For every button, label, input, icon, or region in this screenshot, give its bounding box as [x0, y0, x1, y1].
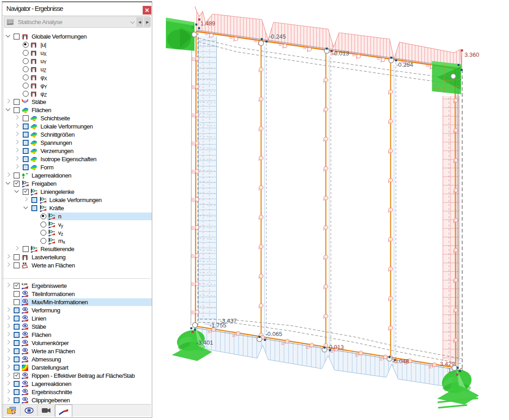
svg-text:-0.245: -0.245 [269, 33, 286, 40]
svg-text:0.013: 0.013 [329, 344, 344, 351]
svg-text:-0.065: -0.065 [265, 331, 282, 337]
svg-text:-3.401: -3.401 [196, 339, 213, 346]
svg-text:-0.048: -0.048 [392, 358, 409, 365]
svg-text:3.360: 3.360 [464, 51, 479, 58]
svg-text:-0.254: -0.254 [396, 61, 413, 68]
svg-text:-0.013: -0.013 [332, 50, 349, 57]
svg-text:1.489: 1.489 [200, 20, 215, 27]
svg-text:3.429: 3.429 [440, 361, 455, 367]
svg-text:-1.755: -1.755 [210, 322, 226, 329]
